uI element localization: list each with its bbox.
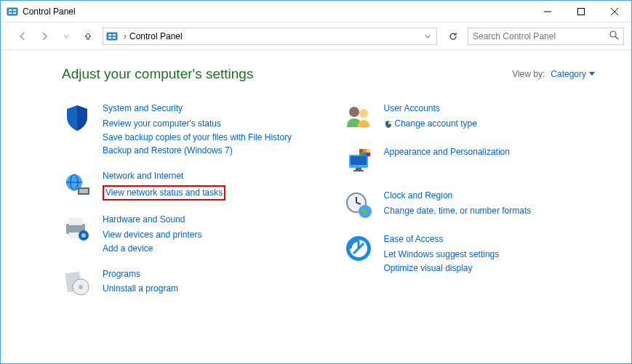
svg-rect-3 — [9, 12, 12, 14]
printer-icon — [62, 214, 92, 244]
viewby-dropdown[interactable]: Category — [551, 69, 595, 79]
svg-rect-38 — [359, 153, 363, 156]
svg-point-25 — [81, 233, 86, 238]
task-link[interactable]: Change account type — [384, 118, 477, 130]
category-user-accounts: User Accounts Change account type — [343, 102, 596, 133]
svg-rect-20 — [79, 189, 88, 193]
svg-rect-33 — [356, 168, 361, 170]
category-link[interactable]: User Accounts — [384, 102, 477, 115]
address-bar[interactable]: › Control Panel — [103, 28, 437, 45]
search-box[interactable] — [468, 28, 624, 45]
svg-point-28 — [79, 285, 83, 289]
chevron-right-icon[interactable]: › — [124, 31, 127, 41]
category-appearance-personalization: Appearance and Personalization — [343, 146, 596, 177]
svg-rect-2 — [13, 9, 16, 11]
clock-globe-icon — [343, 190, 374, 220]
search-input[interactable] — [473, 31, 609, 41]
category-link[interactable]: Programs — [103, 268, 178, 280]
svg-rect-0 — [7, 8, 17, 15]
svg-line-15 — [615, 36, 618, 39]
back-button[interactable] — [14, 28, 31, 45]
svg-rect-4 — [13, 12, 16, 14]
svg-rect-37 — [367, 149, 370, 153]
control-panel-window: Control Panel › Control Panel — [0, 0, 632, 364]
task-link[interactable]: View network status and tasks — [105, 187, 223, 199]
svg-point-30 — [359, 109, 368, 118]
category-link[interactable]: Clock and Region — [384, 190, 532, 202]
monitor-swatch-icon — [343, 146, 374, 177]
close-button[interactable] — [598, 1, 631, 22]
globe-network-icon — [62, 170, 92, 201]
shield-icon — [62, 102, 92, 133]
task-link[interactable]: Uninstall a program — [103, 283, 178, 295]
svg-rect-6 — [578, 8, 585, 15]
left-column: System and Security Review your computer… — [62, 102, 314, 299]
task-link[interactable]: Backup and Restore (Windows 7) — [103, 145, 292, 157]
category-system-security: System and Security Review your computer… — [62, 102, 314, 157]
svg-rect-36 — [363, 149, 367, 153]
svg-rect-11 — [113, 34, 116, 36]
svg-rect-22 — [69, 218, 82, 225]
disc-box-icon — [62, 268, 92, 299]
task-link[interactable]: Optimize visual display — [384, 262, 500, 275]
window-title: Control Panel — [23, 7, 531, 17]
svg-rect-13 — [113, 37, 116, 39]
up-button[interactable] — [79, 28, 97, 45]
ease-of-access-icon — [343, 233, 374, 264]
svg-rect-1 — [9, 9, 12, 11]
breadcrumb[interactable]: Control Panel — [129, 31, 183, 41]
category-hardware-sound: Hardware and Sound View devices and prin… — [62, 214, 314, 254]
category-ease-of-access: Ease of Access Let Windows suggest setti… — [343, 233, 596, 274]
svg-rect-12 — [108, 37, 111, 39]
task-link[interactable]: Let Windows suggest settings — [384, 248, 500, 261]
category-link[interactable]: Hardware and Sound — [103, 214, 202, 226]
minimize-button[interactable] — [531, 1, 564, 22]
page-title: Adjust your computer's settings — [62, 66, 512, 82]
task-link[interactable]: Add a device — [103, 243, 202, 255]
search-icon[interactable] — [609, 31, 619, 42]
uac-shield-icon — [384, 120, 393, 129]
category-link[interactable]: Appearance and Personalization — [384, 146, 510, 158]
titlebar: Control Panel — [1, 1, 631, 23]
svg-rect-40 — [367, 153, 370, 156]
recent-dropdown[interactable] — [57, 28, 75, 45]
right-column: User Accounts Change account type Appear… — [343, 102, 596, 299]
forward-button[interactable] — [36, 28, 53, 45]
maximize-button[interactable] — [564, 1, 598, 22]
task-link[interactable]: Save backup copies of your files with Fi… — [103, 132, 292, 144]
svg-rect-9 — [107, 33, 117, 40]
viewby-label: View by: — [512, 69, 545, 79]
svg-point-29 — [349, 107, 359, 117]
control-panel-icon — [7, 6, 18, 17]
svg-point-14 — [610, 31, 616, 37]
highlighted-link: View network status and tasks — [103, 185, 225, 201]
refresh-button[interactable] — [443, 28, 463, 45]
task-link[interactable]: Change date, time, or number formats — [384, 205, 532, 217]
toolbar: › Control Panel — [1, 23, 631, 50]
control-panel-icon — [106, 31, 118, 42]
category-link[interactable]: Network and Internet — [103, 170, 225, 182]
task-link[interactable]: View devices and printers — [103, 229, 202, 241]
task-link[interactable]: Review your computer's status — [103, 118, 292, 130]
content-area: Adjust your computer's settings View by:… — [1, 50, 631, 363]
svg-rect-32 — [351, 156, 367, 165]
svg-rect-39 — [363, 153, 367, 156]
svg-rect-10 — [108, 34, 111, 36]
category-link[interactable]: System and Security — [103, 102, 292, 115]
category-link[interactable]: Ease of Access — [384, 233, 500, 246]
category-clock-region: Clock and Region Change date, time, or n… — [343, 190, 596, 220]
svg-rect-35 — [359, 149, 363, 153]
category-programs: Programs Uninstall a program — [62, 268, 314, 299]
svg-rect-34 — [353, 170, 364, 171]
people-icon — [343, 102, 374, 133]
chevron-down-icon[interactable] — [425, 31, 431, 41]
category-network-internet: Network and Internet View network status… — [62, 170, 314, 201]
